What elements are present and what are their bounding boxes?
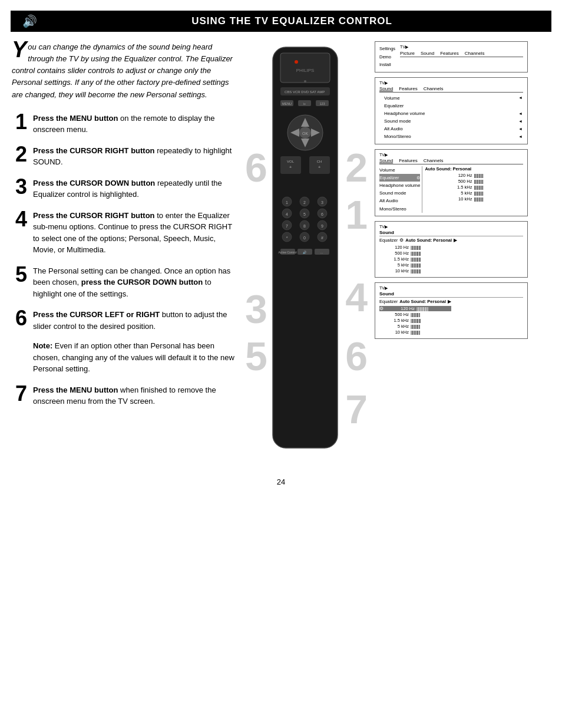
panel5-eq-area: Equalizer Auto Sound: Personal ▶ ⚙ 120 H… [379, 299, 523, 335]
panel4-sound-label: Sound [379, 230, 523, 236]
note-text: Note: Even if an option other than Perso… [33, 340, 234, 375]
p3-equalizer: Equalizer [379, 174, 416, 182]
page-title: Using the TV Equalizer Control [44, 15, 540, 27]
panel3-channels: Channels [424, 158, 444, 163]
step-content-3: Press the CURSOR DOWN button repeatedly … [33, 176, 234, 200]
drop-cap: Y [12, 41, 27, 58]
panel-2: TV▶ Sound Features Channels Volume◄ Equa… [375, 77, 528, 144]
svg-text:4: 4 [286, 212, 288, 216]
p4-120hz-bars: ||||||||||||| [411, 245, 421, 249]
steps-list: 1 Press the MENU button on the remote to… [11, 111, 234, 332]
remote-area: 6 3 5 2 4 6 1 7 PHILIPS CBS [240, 41, 370, 466]
panel1-channels: Channels [465, 51, 485, 56]
panel4-eq-label: Equalizer [379, 238, 398, 243]
p5-1khz-bars: ||||||||||||| [411, 318, 421, 322]
p3-altaudio: Alt Audio [379, 197, 420, 205]
panel1-settings: Settings [379, 45, 395, 53]
step-number-5: 5 [11, 264, 27, 285]
p4-1khz-bars: ||||||||||||| [411, 257, 421, 261]
svg-text:CBS VCR DVD SAT AMP: CBS VCR DVD SAT AMP [285, 90, 325, 94]
p3-1khz: 1.5 kHz [425, 185, 472, 190]
p5-1khz: 1.5 kHz [379, 318, 409, 323]
step-content-4: Press the CURSOR RIGHT button to enter t… [33, 209, 234, 256]
svg-text:+: + [318, 164, 321, 170]
panel4-personal: Auto Sound: Personal [405, 238, 452, 243]
panel2-features: Features [399, 86, 418, 91]
step-2: 2 Press the CURSOR RIGHT button repeated… [11, 144, 234, 168]
speaker-icon: 🔊 [22, 14, 37, 28]
svg-text:OK: OK [302, 131, 308, 136]
p3-120hz: 120 Hz [425, 173, 472, 178]
p5-5khz: 5 kHz [379, 324, 409, 329]
instructions-column: Y ou can change the dynamics of the soun… [11, 41, 234, 466]
svg-text:VOL: VOL [287, 160, 295, 163]
step-number-7: 7 [11, 383, 27, 404]
svg-text:*: * [286, 236, 288, 240]
panel1-features: Features [440, 51, 459, 56]
svg-text:2: 2 [303, 200, 306, 205]
step-4: 4 Press the CURSOR RIGHT button to enter… [11, 209, 234, 256]
panel1-sound: Sound [421, 51, 434, 56]
panel3-items: Volume Equalizer⚙ Headphone volume Sound… [379, 166, 420, 213]
p3-120hz-bars: |||||||||||| [474, 173, 483, 177]
step-7: 7 Press the MENU button when finished to… [11, 383, 234, 407]
p5-500hz: 500 Hz [379, 312, 409, 317]
p3-500hz: 500 Hz [425, 179, 472, 184]
p2-soundmode: Sound mode [384, 117, 518, 125]
panel3-features: Features [399, 158, 418, 163]
p2-headphone: Headphone volume [384, 110, 518, 117]
panel5-cursor-right: ▶ [448, 299, 451, 304]
p4-500hz-bars: ||||||||||||| [411, 251, 421, 255]
step-content-6: Press the CURSOR LEFT or RIGHT button to… [33, 308, 234, 332]
p4-1khz: 1.5 kHz [379, 256, 409, 262]
svg-point-67 [304, 80, 306, 83]
svg-rect-0 [273, 47, 338, 448]
step-number-3: 3 [11, 176, 27, 197]
panel3-submenu: Auto Sound: Personal 120 Hz|||||||||||| … [422, 166, 483, 213]
svg-text:...: ... [320, 251, 323, 254]
panel2-items: Volume◄ Equalizer Headphone volume◄ Soun… [379, 94, 523, 141]
p5-10khz-bars: |||||||||||| [411, 330, 420, 334]
p2-equalizer: Equalizer [384, 102, 523, 110]
p3-soundmode: Sound mode [379, 189, 420, 197]
svg-text:8: 8 [303, 224, 306, 228]
panel3-menu-row: Sound Features Channels [379, 158, 523, 164]
page-number: 24 [0, 477, 562, 486]
svg-point-66 [295, 60, 298, 64]
p5-500hz-bars: |||||||||||| [411, 312, 420, 317]
p3-500hz-bars: |||||||||||| [474, 179, 483, 183]
svg-text:CH: CH [317, 160, 322, 163]
p3-10khz: 10 kHz [425, 196, 472, 202]
panel4-cursor-right: ▶ [454, 238, 457, 243]
steps-list-2: 7 Press the MENU button when finished to… [11, 383, 234, 407]
step-content-2: Press the CURSOR RIGHT button repeatedly… [33, 144, 234, 168]
p2-altaudio: Alt Audio [384, 125, 518, 133]
svg-text:PHILIPS: PHILIPS [296, 68, 315, 73]
main-content: Y ou can change the dynamics of the soun… [11, 41, 551, 466]
step-3: 3 Press the CURSOR DOWN button repeatedl… [11, 176, 234, 200]
svg-text:6: 6 [321, 212, 323, 216]
p3-personal-label: Auto Sound: Personal [425, 166, 483, 172]
panel1-menu-row: Picture Sound Features Channels [400, 51, 523, 57]
panel1-install: Install [379, 61, 395, 69]
panel-1: Settings Demo Install TV▶ Picture Sound … [375, 41, 528, 73]
p4-10khz-bars: ||||||||||||| [411, 269, 421, 273]
step-content-5: The Personal setting can be changed. Onc… [33, 264, 234, 300]
svg-text:#: # [321, 236, 323, 240]
step-number-1: 1 [11, 111, 27, 133]
p3-headphone: Headphone volume [379, 182, 420, 189]
svg-text:+: + [289, 164, 292, 170]
svg-text:i+: i+ [303, 102, 306, 106]
svg-text:7: 7 [286, 224, 288, 228]
svg-text:0: 0 [303, 236, 306, 240]
intro-text: ou can change the dynamics of the sound … [12, 42, 233, 99]
step-number-6: 6 [11, 308, 27, 329]
right-column: 6 3 5 2 4 6 1 7 PHILIPS CBS [240, 41, 551, 466]
p4-5khz-bars: ||||||||||||| [411, 263, 421, 267]
page-wrapper: 🔊 Using the TV Equalizer Control Y ou ca… [0, 11, 562, 486]
p3-5khz: 5 kHz [425, 190, 472, 196]
p4-500hz: 500 Hz [379, 251, 409, 256]
p5-120hz-bars: ||||||||||||||| [416, 307, 428, 311]
panel-4: TV▶ Sound Equalizer ⚙ Auto Sound: Person… [375, 221, 528, 278]
step-6: 6 Press the CURSOR LEFT or RIGHT button … [11, 308, 234, 332]
